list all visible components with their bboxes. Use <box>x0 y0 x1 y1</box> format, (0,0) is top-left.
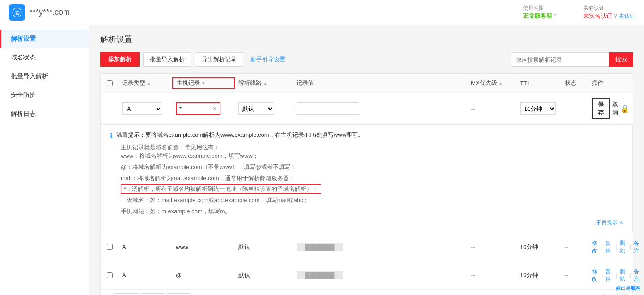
export-button[interactable]: 导出解析记录 <box>195 52 243 67</box>
th-host: 主机记录 ▼ <box>172 77 235 89</box>
value-input[interactable] <box>297 102 359 115</box>
realname-info: 实名认证 未实名认证 ? 去认证 <box>583 4 635 20</box>
row1-actions: 修改 | 暂停 | 删除 | 备注 <box>588 238 633 257</box>
sidebar-item-domain-status[interactable]: 域名状态 <box>0 48 89 67</box>
tip-item-5: 手机网站：如：m.example.com，填写m。 <box>121 207 623 216</box>
sidebar-item-security[interactable]: 安全防护 <box>0 86 89 105</box>
row2-type-value: A <box>122 272 126 278</box>
footer-delete-button[interactable]: 删除 <box>167 293 190 295</box>
tip-header: ℹ 温馨提示：要将域名example.com解析为www.example.com… <box>110 131 623 140</box>
edit-row-host: ✕ <box>172 101 235 117</box>
footer-left: 暂停 启用 删除 <box>106 293 190 295</box>
row1-ttl: 10分钟 <box>517 241 561 253</box>
row1-host-value: www <box>176 244 188 250</box>
edit-row-mx: -- <box>467 104 517 114</box>
usage-info: 使用时限： 正常服务期 ? <box>523 4 557 20</box>
edit-row-ttl: 10分钟 30分钟 1小时 12小时 24小时 <box>517 101 561 117</box>
th-line-label: 解析线路 <box>238 79 262 87</box>
row2-status: -- <box>561 270 588 280</box>
row1-pause-link[interactable]: 暂停 <box>606 240 611 255</box>
th-mx: MX优先级 ▲ <box>467 77 517 89</box>
header-domain: ***y***.com <box>30 8 70 17</box>
sidebar-item-label: 解析日志 <box>11 110 36 117</box>
row1-note-link[interactable]: 备注 <box>634 240 639 255</box>
guide-button[interactable]: 新手引导设置 <box>247 53 289 66</box>
sidebar: 解析设置 域名状态 批量导入解析 安全防护 解析日志 <box>0 25 89 295</box>
row2-note-link[interactable]: 备注 <box>634 268 639 283</box>
row2-ttl: 10分钟 <box>517 270 561 281</box>
row1-checkbox-input[interactable] <box>107 244 113 250</box>
cancel-button[interactable]: 取消 <box>611 101 619 117</box>
row2-host-value: @ <box>176 272 182 278</box>
line-select[interactable]: 默认 联通 电信 移动 <box>238 102 274 115</box>
sidebar-item-label: 域名状态 <box>11 54 36 61</box>
save-button[interactable]: 保存 <box>592 98 610 119</box>
th-type-sort-icon: ▲ <box>147 81 151 86</box>
th-ttl-label: TTL <box>520 80 530 87</box>
host-clear-icon[interactable]: ✕ <box>212 105 217 112</box>
sidebar-item-dns-settings[interactable]: 解析设置 <box>0 30 89 48</box>
warn-icon: 🔒 <box>620 105 629 113</box>
edit-row-value <box>293 101 467 117</box>
row2-mx-value: -- <box>471 272 475 278</box>
th-value-label: 记录值 <box>297 79 314 87</box>
row1-type-value: A <box>122 244 126 250</box>
realname-tooltip-icon: ? <box>614 13 617 19</box>
search-box: 搜索 <box>511 52 633 67</box>
th-status-label: 状态 <box>565 79 576 87</box>
row1-status-value: -- <box>565 244 569 250</box>
row1-mx-value: -- <box>471 244 475 250</box>
edit-row-checkbox <box>101 107 119 110</box>
table-header: 记录类型 ▲ 主机记录 ▼ 解析线路 ▲ 记录值 MX优先级 ▲ <box>101 74 633 93</box>
sidebar-item-label: 安全防护 <box>11 91 36 98</box>
row1-delete-link[interactable]: 删除 <box>620 240 625 255</box>
realname-link[interactable]: 去认证 <box>619 13 635 20</box>
usage-label: 使用时限： <box>523 4 557 12</box>
header-left: 云 ***y***.com <box>9 4 70 21</box>
collapse-tip-link[interactable]: 不再提示 ∧ <box>596 219 623 226</box>
row2-checkbox-input[interactable] <box>107 272 113 278</box>
add-record-button[interactable]: 添加解析 <box>100 52 140 67</box>
select-all-checkbox[interactable] <box>107 80 113 86</box>
row2-pause-link[interactable]: 暂停 <box>606 268 611 283</box>
host-input[interactable] <box>179 105 211 112</box>
row2-delete-link[interactable]: 删除 <box>620 268 625 283</box>
row1-type: A <box>119 242 172 252</box>
th-checkbox <box>101 79 119 88</box>
tip-info-icon: ℹ <box>110 131 113 140</box>
realname-value: 未实名认证 <box>583 12 612 20</box>
row2-line: 默认 <box>235 270 293 281</box>
tip-item-4: 二级域名：如：mail.example.com或abc.example.com，… <box>121 196 623 205</box>
tip-item-1: @：将域名解析为example.com（不带www），填写@或者不填写； <box>121 163 623 172</box>
row1-ttl-value: 10分钟 <box>520 243 538 251</box>
sidebar-item-dns-log[interactable]: 解析日志 <box>0 105 89 123</box>
row1-value: ███████ <box>293 241 467 253</box>
type-select[interactable]: A CNAME MX TXT NS AAAA <box>122 102 162 115</box>
row1-line: 默认 <box>235 241 293 253</box>
row2-host: @ <box>172 270 235 280</box>
search-input[interactable] <box>511 52 609 67</box>
batch-import-button[interactable]: 批量导入解析 <box>143 52 191 67</box>
row2-ttl-value: 10分钟 <box>520 271 538 279</box>
row2-edit-link[interactable]: 修改 <box>592 268 597 283</box>
row1-ip-value: ███████ <box>297 243 343 251</box>
ttl-select[interactable]: 10分钟 30分钟 1小时 12小时 24小时 <box>520 102 556 115</box>
th-action-label: 操作 <box>592 79 603 87</box>
th-line-sort-icon: ▲ <box>263 81 267 86</box>
row1-edit-link[interactable]: 修改 <box>592 240 597 255</box>
sidebar-item-label: 解析设置 <box>11 35 36 42</box>
sidebar-item-batch-import[interactable]: 批量导入解析 <box>0 67 89 86</box>
th-host-sort-icon: ▼ <box>201 81 206 86</box>
tip-list: www：将域名解析为www.example.com，填写www； @：将域名解析… <box>121 152 623 216</box>
search-button[interactable]: 搜索 <box>609 52 633 67</box>
footer-enable-button[interactable]: 启用 <box>141 293 164 295</box>
edit-row-status <box>561 107 588 110</box>
usage-value-row: 正常服务期 ? <box>523 12 557 20</box>
footer-stop-button[interactable]: 暂停 <box>115 293 138 295</box>
header-right: 使用时限： 正常服务期 ? 实名认证 未实名认证 ? 去认证 <box>523 4 635 20</box>
th-host-label: 主机记录 <box>177 79 200 87</box>
tip-footer: 不再提示 ∧ <box>110 219 623 227</box>
th-value: 记录值 <box>293 77 467 89</box>
toolbar: 添加解析 批量导入解析 导出解析记录 新手引导设置 搜索 <box>100 52 633 67</box>
row2-status-value: -- <box>565 272 569 278</box>
